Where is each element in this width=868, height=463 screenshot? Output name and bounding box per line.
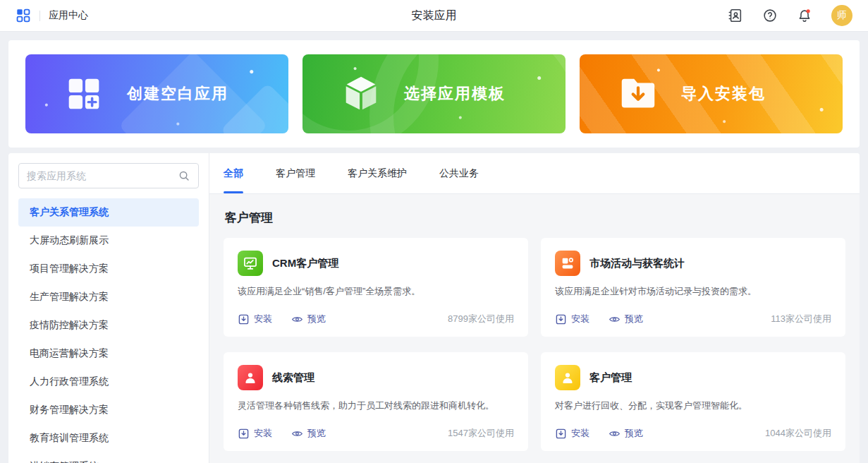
sidebar-item-inventory[interactable]: 进销存管理系统 xyxy=(18,452,199,463)
choose-template-banner[interactable]: 选择应用模板 xyxy=(302,54,566,133)
app-card-crm: CRM客户管理 该应用满足企业“销售/客户管理”全场景需求。 安装 xyxy=(224,238,528,337)
banner-panel: 创建空白应用 选择应用模板 导入安装包 xyxy=(8,40,860,148)
tab-public-business[interactable]: 公共业务 xyxy=(439,153,479,193)
sidebar-item-finance[interactable]: 财务管理解决方案 xyxy=(18,396,199,424)
install-download-icon xyxy=(555,313,567,325)
usage-count: 113家公司使用 xyxy=(771,313,831,325)
install-button[interactable]: 安装 xyxy=(238,313,272,325)
user-avatar[interactable]: 师 xyxy=(831,5,852,26)
sidebar-item-epidemic[interactable]: 疫情防控解决方案 xyxy=(18,311,199,339)
search-box xyxy=(18,163,199,188)
create-blank-app-banner[interactable]: 创建空白应用 xyxy=(25,54,288,133)
usage-count: 1044家公司使用 xyxy=(765,427,831,440)
help-icon[interactable] xyxy=(762,8,778,23)
category-tabs: 全部 客户管理 客户关系维护 公共业务 xyxy=(209,153,860,194)
app-card-grid: CRM客户管理 该应用满足企业“销售/客户管理”全场景需求。 安装 xyxy=(224,238,845,451)
sidebar: 客户关系管理系统 大屏动态刷新展示 项目管理解决方案 生产管理解决方案 疫情防控… xyxy=(8,153,209,463)
app-card-marketing: 市场活动与获客统计 该应用满足企业针对市场活动记录与投资的需求。 安装 xyxy=(541,238,845,337)
install-button[interactable]: 安装 xyxy=(555,313,589,325)
eye-icon xyxy=(609,428,621,440)
section-title: 客户管理 xyxy=(225,210,845,226)
sidebar-item-project[interactable]: 项目管理解决方案 xyxy=(18,255,199,283)
eye-icon xyxy=(609,313,621,325)
app-description: 该应用满足企业针对市场活动记录与投资的需求。 xyxy=(555,285,831,298)
app-description: 该应用满足企业“销售/客户管理”全场景需求。 xyxy=(238,285,514,298)
main-area: 全部 客户管理 客户关系维护 公共业务 客户管理 xyxy=(209,153,860,463)
eye-icon xyxy=(291,428,303,440)
usage-count: 8799家公司使用 xyxy=(448,313,514,325)
app-store-panel: 客户关系管理系统 大屏动态刷新展示 项目管理解决方案 生产管理解决方案 疫情防控… xyxy=(8,153,860,463)
notifications-bell-icon[interactable] xyxy=(797,8,812,23)
monitor-chart-icon xyxy=(238,251,263,276)
sidebar-item-bigscreen[interactable]: 大屏动态刷新展示 xyxy=(18,227,199,255)
person-icon xyxy=(238,365,263,390)
app-title: 客户管理 xyxy=(589,371,632,385)
sidebar-item-production[interactable]: 生产管理解决方案 xyxy=(18,283,199,311)
content-area: 客户管理 CRM客户管理 该应用满足企业“销 xyxy=(209,194,860,463)
system-list: 客户关系管理系统 大屏动态刷新展示 项目管理解决方案 生产管理解决方案 疫情防控… xyxy=(18,198,199,463)
app-title: CRM客户管理 xyxy=(272,257,338,270)
sidebar-item-ecommerce[interactable]: 电商运营解决方案 xyxy=(18,339,199,368)
search-icon[interactable] xyxy=(178,169,190,182)
grid-plus-icon xyxy=(62,72,106,116)
install-button[interactable]: 安装 xyxy=(238,427,272,440)
app-title: 线索管理 xyxy=(272,371,314,385)
folder-download-icon xyxy=(616,72,660,116)
tab-all[interactable]: 全部 xyxy=(224,153,243,193)
page-title: 安装应用 xyxy=(412,8,457,23)
app-description: 对客户进行回收、分配，实现客户管理智能化。 xyxy=(555,399,831,412)
banner-label: 选择应用模板 xyxy=(404,83,506,104)
preview-button[interactable]: 预览 xyxy=(609,427,643,440)
person-icon xyxy=(555,365,580,390)
eye-icon xyxy=(291,313,303,325)
preview-button[interactable]: 预览 xyxy=(291,427,326,440)
install-download-icon xyxy=(238,428,250,440)
breadcrumb-app-center: 应用中心 xyxy=(49,9,88,22)
install-download-icon xyxy=(238,313,250,325)
preview-button[interactable]: 预览 xyxy=(291,313,326,325)
search-input[interactable] xyxy=(27,170,178,181)
app-card-leads: 线索管理 灵活管理各种销售线索，助力于员工对线索的跟进和商机转化。 安装 xyxy=(224,352,528,451)
usage-count: 1547家公司使用 xyxy=(448,427,514,440)
header-divider xyxy=(39,11,40,21)
apps-grid-icon[interactable] xyxy=(16,8,31,23)
sidebar-item-crm-system[interactable]: 客户关系管理系统 xyxy=(18,198,199,227)
contact-book-icon[interactable] xyxy=(728,8,743,23)
banner-label: 创建空白应用 xyxy=(127,83,228,104)
install-button[interactable]: 安装 xyxy=(555,427,589,440)
top-header: 应用中心 安装应用 师 xyxy=(0,0,868,32)
dashboard-grid-icon xyxy=(555,251,580,276)
app-description: 灵活管理各种销售线索，助力于员工对线索的跟进和商机转化。 xyxy=(238,399,514,412)
banner-label: 导入安装包 xyxy=(681,83,766,104)
app-title: 市场活动与获客统计 xyxy=(589,257,685,270)
install-download-icon xyxy=(555,428,567,440)
tab-customer-relationship[interactable]: 客户关系维护 xyxy=(348,153,407,193)
cube-icon xyxy=(339,72,383,116)
import-package-banner[interactable]: 导入安装包 xyxy=(580,54,843,133)
sidebar-item-hr[interactable]: 人力行政管理系统 xyxy=(18,368,199,396)
preview-button[interactable]: 预览 xyxy=(609,313,643,325)
sidebar-item-education[interactable]: 教育培训管理系统 xyxy=(18,424,199,452)
app-card-customer: 客户管理 对客户进行回收、分配，实现客户管理智能化。 安装 xyxy=(541,352,845,451)
tab-customer-management[interactable]: 客户管理 xyxy=(276,153,315,193)
